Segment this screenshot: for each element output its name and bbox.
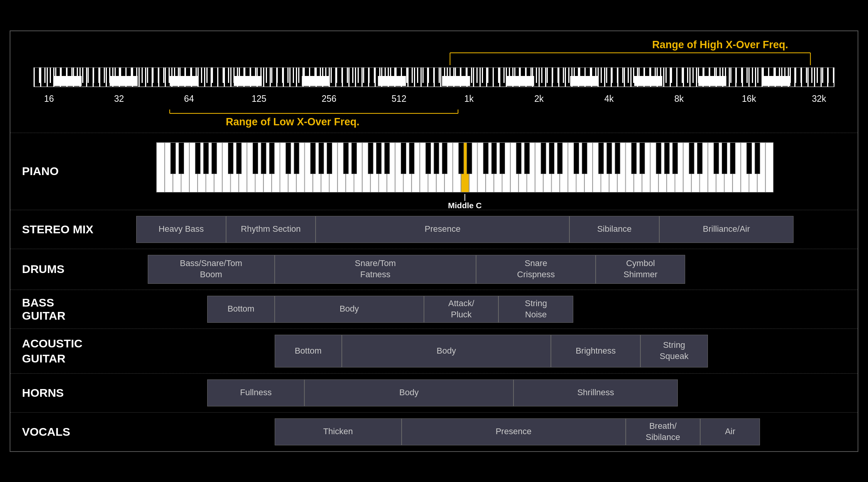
drums-bands: Bass/Snare/TomBoom Snare/TomFatness Snar… [95,253,842,286]
band-thicken: Thicken [275,418,402,445]
freq-section: Range of High X-Over Freq. // [10,31,858,133]
band-attack-pluck: Attack/Pluck [424,296,499,323]
ruler-visual [34,67,834,94]
freq-label-256: 256 [314,94,344,104]
low-xover-container: Range of Low X-Over Freq. [34,106,834,129]
drums-label: DRUMS [10,263,95,276]
stereo-mix-content: Heavy Bass Rhythm Section Presence Sibil… [95,214,842,245]
bass-guitar-row: BASS GUITAR Bottom Body Attack/Pluck Str… [10,290,858,329]
svg-rect-142 [557,143,562,174]
freq-label-16: 16 [34,94,64,104]
acoustic-guitar-row: ACOUSTICGUITAR Bottom Body Brightness St… [10,329,858,373]
svg-rect-114 [236,143,241,174]
band-breath-sibilance: Breath/Sibilance [626,418,701,445]
freq-label-2k: 2k [524,94,554,104]
svg-rect-138 [516,143,521,174]
svg-rect-24 [698,76,726,86]
horns-label: HORNS [10,386,95,399]
bass-guitar-bands: Bottom Body Attack/Pluck StringNoise [95,294,842,325]
svg-rect-117 [269,143,274,174]
svg-rect-135 [483,143,488,174]
svg-rect-21 [506,76,534,86]
band-body-horns: Body [304,379,513,406]
svg-rect-32 [157,143,164,192]
svg-rect-133 [459,143,464,174]
horns-content: Fullness Body Shrillness [95,378,842,408]
svg-rect-152 [673,143,678,174]
svg-rect-140 [541,143,546,174]
svg-rect-159 [755,143,760,174]
band-presence-vocals: Presence [402,418,626,445]
svg-rect-137 [500,143,505,174]
band-cymbol-shimmer: CymbolShimmer [596,255,685,284]
svg-rect-118 [286,143,291,174]
svg-rect-111 [204,143,209,174]
acoustic-guitar-content: Bottom Body Brightness StringSqueak [95,333,842,369]
svg-rect-122 [327,143,332,174]
piano-label: PIANO [10,165,95,178]
freq-label-64: 64 [174,94,204,104]
svg-rect-18 [302,76,330,86]
svg-rect-145 [599,143,604,174]
svg-rect-22 [570,76,598,86]
svg-rect-147 [615,143,620,174]
svg-rect-132 [442,143,447,174]
svg-rect-116 [261,143,266,174]
freq-label-8k: 8k [664,94,694,104]
svg-rect-127 [385,143,390,174]
freq-label-1k: 1k [454,94,485,104]
svg-rect-130 [426,143,431,174]
svg-rect-151 [664,143,669,174]
svg-rect-17 [234,76,262,86]
svg-rect-158 [747,143,752,174]
svg-rect-153 [689,143,694,174]
band-brightness: Brightness [551,335,640,367]
bass-guitar-content: Bottom Body Attack/Pluck StringNoise [95,294,842,325]
svg-rect-136 [491,143,496,174]
vocals-content: Thicken Presence Breath/Sibilance Air [95,416,842,447]
svg-rect-110 [195,143,200,174]
band-snare-tom-fatness: Snare/TomFatness [275,255,476,284]
freq-label-125: 125 [243,94,274,104]
band-string-squeak: StringSqueak [640,335,708,367]
svg-rect-156 [722,143,727,174]
svg-rect-128 [401,143,406,174]
vocals-bands: Thicken Presence Breath/Sibilance Air [95,416,842,447]
svg-rect-108 [171,143,176,174]
freq-label-4k: 4k [594,94,625,104]
svg-rect-141 [549,143,554,174]
band-body-bass: Body [275,296,424,323]
svg-rect-23 [634,76,662,86]
svg-rect-25 [762,76,790,86]
band-bottom-bass: Bottom [207,296,274,323]
svg-rect-20 [442,76,470,86]
svg-rect-134 [467,143,472,174]
svg-rect-148 [632,143,637,174]
svg-rect-123 [343,143,348,174]
band-heavy-bass: Heavy Bass [136,216,226,243]
svg-rect-109 [179,143,184,174]
acoustic-guitar-label: ACOUSTICGUITAR [10,336,95,366]
horns-row: HORNS Fullness Body Shrillness [10,373,858,412]
svg-rect-112 [212,143,217,174]
acoustic-guitar-bands: Bottom Body Brightness StringSqueak [95,333,842,369]
svg-rect-19 [378,76,406,86]
svg-rect-15 [110,76,138,86]
band-fullness: Fullness [207,379,304,406]
svg-rect-126 [377,143,382,174]
svg-rect-115 [253,143,258,174]
svg-rect-113 [228,143,233,174]
svg-rect-150 [656,143,661,174]
freq-label-32k: 32k [804,94,834,104]
bass-guitar-label: BASS GUITAR [10,296,95,322]
high-xover-bracket [34,39,834,66]
svg-rect-125 [368,143,373,174]
svg-rect-121 [319,143,324,174]
main-container: Range of High X-Over Freq. // [10,30,858,452]
drums-content: Bass/Snare/TomBoom Snare/TomFatness Snar… [95,253,842,286]
band-air-vocals: Air [700,418,760,445]
band-rhythm-section: Rhythm Section [226,216,316,243]
middle-c-arrow [464,194,465,201]
band-presence-stereo: Presence [316,216,569,243]
band-sibilance-stereo: Sibilance [569,216,659,243]
